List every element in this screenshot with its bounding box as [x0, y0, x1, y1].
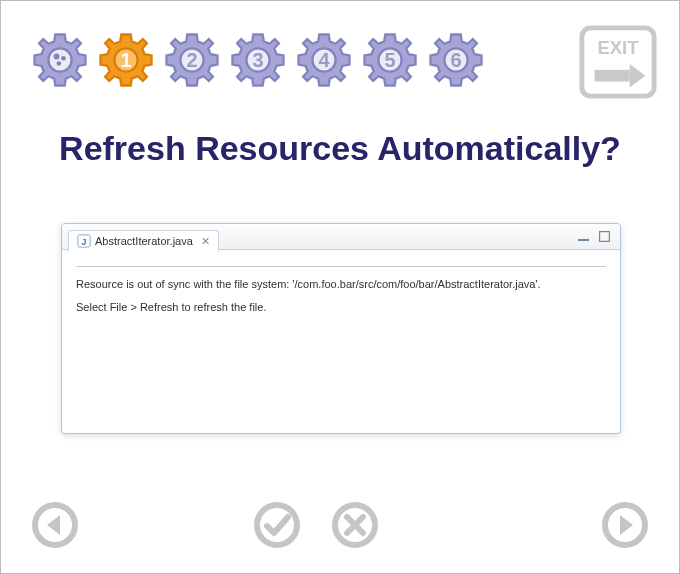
- wizard-step-indicator: 1 2 3 4 5 6: [31, 31, 493, 89]
- gear-step-4: 4: [295, 31, 353, 89]
- step-number: 6: [427, 31, 485, 89]
- svg-rect-11: [595, 70, 630, 82]
- exit-button[interactable]: EXIT: [579, 25, 657, 99]
- error-message-line1: Resource is out of sync with the file sy…: [76, 277, 606, 292]
- svg-marker-18: [47, 515, 60, 535]
- svg-rect-16: [600, 232, 610, 242]
- svg-point-2: [61, 56, 66, 61]
- step-number: 4: [295, 31, 353, 89]
- step-number: 3: [229, 31, 287, 89]
- back-button[interactable]: [31, 501, 79, 549]
- svg-text:J: J: [82, 237, 87, 247]
- editor-body: Resource is out of sync with the file sy…: [62, 250, 620, 340]
- svg-marker-22: [620, 515, 633, 535]
- step-number: 5: [361, 31, 419, 89]
- gear-step-3: 3: [229, 31, 287, 89]
- gear-start-icon: [31, 31, 89, 89]
- maximize-icon[interactable]: [599, 231, 610, 242]
- svg-marker-12: [630, 64, 646, 87]
- gear-step-1: 1: [97, 31, 155, 89]
- step-number: 1: [97, 31, 155, 89]
- accept-button[interactable]: [253, 501, 301, 549]
- next-button[interactable]: [601, 501, 649, 549]
- svg-point-19: [257, 505, 297, 545]
- editor-panel: J AbstractIterator.java ✕ Resource is ou…: [61, 223, 621, 434]
- svg-point-0: [48, 48, 71, 71]
- exit-label: EXIT: [597, 37, 639, 58]
- svg-point-3: [57, 61, 62, 66]
- editor-tab[interactable]: J AbstractIterator.java ✕: [68, 230, 219, 252]
- gear-step-2: 2: [163, 31, 221, 89]
- java-file-icon: J: [77, 234, 91, 248]
- svg-rect-15: [578, 239, 589, 241]
- step-number: 2: [163, 31, 221, 89]
- decline-button[interactable]: [331, 501, 379, 549]
- minimize-icon[interactable]: [578, 231, 589, 242]
- tab-filename: AbstractIterator.java: [95, 235, 193, 247]
- editor-tabbar: J AbstractIterator.java ✕: [62, 224, 620, 250]
- tab-close-icon[interactable]: ✕: [201, 235, 210, 248]
- error-message-line2: Select File > Refresh to refresh the fil…: [76, 300, 606, 315]
- gear-step-6: 6: [427, 31, 485, 89]
- svg-point-1: [54, 54, 60, 60]
- page-title: Refresh Resources Automatically?: [1, 129, 679, 168]
- gear-step-5: 5: [361, 31, 419, 89]
